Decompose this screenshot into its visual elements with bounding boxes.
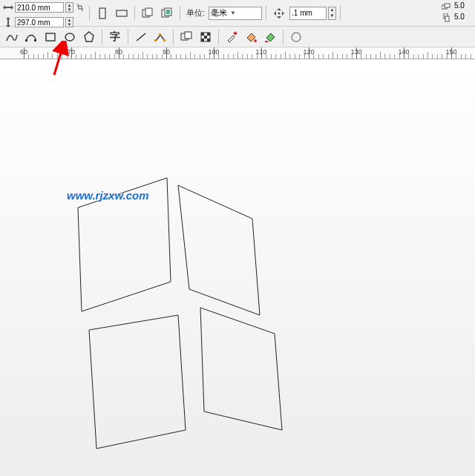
svg-line-35 — [54, 45, 63, 75]
svg-rect-2 — [7, 19, 9, 26]
apply-all-pages-icon[interactable] — [139, 4, 157, 22]
eyedropper-icon[interactable] — [223, 28, 240, 46]
page-size-group: ▲▼ ▲▼ — [3, 0, 85, 28]
height-icon — [3, 18, 13, 27]
pattern-icon[interactable] — [197, 28, 214, 46]
dup-x-icon — [441, 2, 451, 11]
nudge-icon — [270, 4, 288, 22]
separator — [102, 30, 102, 44]
shape-parallelogram[interactable] — [178, 185, 260, 315]
page-width-input[interactable] — [15, 2, 64, 13]
polygon-tool-icon[interactable] — [80, 28, 98, 46]
separator — [173, 30, 174, 44]
svg-line-20 — [137, 33, 145, 41]
svg-rect-28 — [207, 33, 210, 36]
units-label: 单位: — [184, 7, 207, 19]
svg-rect-30 — [201, 39, 204, 42]
svg-rect-15 — [25, 39, 27, 42]
combine-icon[interactable] — [177, 28, 195, 46]
svg-rect-29 — [204, 36, 207, 39]
duplicate-distance-group: 5.0 5.0 — [441, 0, 472, 23]
height-spinner[interactable]: ▲▼ — [65, 17, 73, 27]
svg-rect-14 — [445, 16, 449, 22]
separator — [134, 6, 135, 21]
units-dropdown[interactable]: 毫米 ▼ — [209, 7, 262, 20]
svg-rect-0 — [4, 7, 12, 8]
orientation-portrait-icon[interactable] — [94, 4, 111, 22]
separator — [218, 30, 219, 44]
apply-current-page-icon[interactable] — [158, 4, 176, 22]
svg-rect-1 — [79, 6, 82, 9]
svg-rect-9 — [166, 10, 170, 14]
lock-aspect-icon[interactable] — [75, 0, 85, 16]
svg-rect-4 — [117, 10, 127, 16]
separator — [128, 30, 128, 44]
svg-point-10 — [278, 12, 281, 14]
chevron-down-icon: ▼ — [230, 10, 236, 16]
watermark-text: www.rjzxw.com — [67, 189, 149, 202]
annotation-arrow-icon — [50, 41, 72, 78]
dup-y-value: 5.0 — [453, 13, 472, 23]
svg-rect-16 — [34, 39, 36, 42]
width-icon — [3, 3, 13, 12]
interactive-fill-icon[interactable] — [261, 28, 279, 46]
drawing-canvas[interactable] — [0, 59, 475, 476]
svg-rect-12 — [445, 4, 450, 7]
dup-x-value: 5.0 — [453, 1, 472, 12]
separator — [180, 6, 180, 21]
svg-rect-31 — [207, 39, 210, 42]
separator — [283, 30, 284, 44]
svg-rect-3 — [99, 8, 105, 19]
separator — [266, 6, 266, 21]
svg-rect-25 — [185, 32, 191, 39]
svg-rect-21 — [154, 39, 157, 42]
text-tool-icon[interactable]: 字 — [106, 28, 124, 46]
separator — [340, 6, 341, 21]
nudge-spinner[interactable]: ▲▼ — [328, 7, 336, 20]
svg-point-18 — [65, 33, 74, 41]
svg-rect-6 — [145, 8, 152, 16]
svg-rect-22 — [159, 33, 161, 36]
svg-point-33 — [254, 39, 257, 42]
separator — [89, 6, 90, 21]
svg-marker-19 — [85, 32, 94, 42]
options-icon[interactable] — [287, 28, 305, 46]
width-spinner[interactable]: ▲▼ — [65, 2, 73, 13]
svg-point-34 — [292, 33, 301, 42]
svg-rect-17 — [46, 33, 55, 41]
node-edit-icon[interactable] — [151, 28, 169, 46]
units-value: 毫米 — [211, 7, 227, 19]
fill-bucket-icon[interactable] — [242, 28, 260, 46]
bezier-tool-icon[interactable] — [22, 28, 40, 46]
shape-parallelogram[interactable] — [89, 315, 186, 449]
page-height-input[interactable] — [15, 17, 64, 27]
text-glyph: 字 — [110, 30, 120, 44]
orientation-landscape-icon[interactable] — [113, 4, 131, 22]
svg-rect-27 — [201, 33, 204, 36]
nudge-input[interactable] — [289, 7, 327, 20]
line-tool-icon[interactable] — [132, 28, 150, 46]
svg-rect-23 — [163, 39, 166, 42]
shape-parallelogram[interactable] — [200, 308, 282, 430]
svg-rect-32 — [233, 31, 238, 36]
freehand-tool-icon[interactable] — [3, 28, 21, 46]
dup-y-icon — [441, 13, 451, 22]
